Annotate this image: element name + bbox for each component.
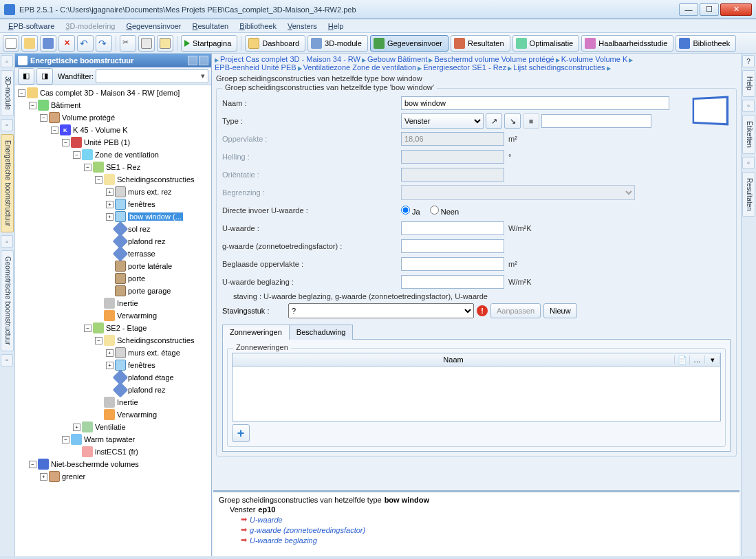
left-tab-energy[interactable]: Energetische boomstructuur <box>1 134 14 232</box>
tree-node-terr[interactable]: terrasse <box>17 248 210 260</box>
tree-node-sol[interactable]: sol rez <box>17 223 210 235</box>
tree-node-portel[interactable]: porte latérale <box>17 260 210 272</box>
radio-ja[interactable]: Ja <box>401 206 420 216</box>
tree-node-nvol[interactable]: −Niet-beschermde volumes <box>17 458 210 470</box>
redo-button[interactable] <box>96 35 112 52</box>
left-tab-3d[interactable]: 3D-module <box>1 70 14 116</box>
start-button[interactable]: Startpagina <box>181 35 237 52</box>
dashboard-button[interactable]: Dashboard <box>245 35 305 52</box>
delete-button[interactable] <box>58 35 75 52</box>
tree-node-ecs[interactable]: instECS1 (fr) <box>17 446 210 458</box>
tree-node-vent[interactable]: +Ventilatie <box>17 421 210 433</box>
right-dock-sq3[interactable]: ▫ <box>742 157 755 169</box>
tree-node-water[interactable]: −Warm tapwater <box>17 433 210 446</box>
grid-btn2[interactable]: … <box>690 355 705 364</box>
left-tab-geom[interactable]: Geometrische boomstructuur <box>1 250 14 351</box>
tree-node-se2[interactable]: −SE2 - Etage <box>17 322 210 334</box>
bc-item[interactable]: Project Cas complet 3D - Maison 34 - RW <box>220 55 360 63</box>
close-button[interactable] <box>720 3 752 16</box>
new-button[interactable] <box>3 35 19 52</box>
tree-node-murs1[interactable]: +murs ext. rez <box>17 186 210 198</box>
tree-node-building[interactable]: −Bâtiment <box>17 99 210 111</box>
tree-node-porte[interactable]: porte <box>17 272 210 285</box>
tree-max-button[interactable] <box>199 56 208 65</box>
results-button[interactable]: Resultaten <box>451 35 510 52</box>
bc-item[interactable]: Energiesector SE1 - Rez <box>423 63 506 72</box>
tree-node-porteg[interactable]: porte garage <box>17 285 210 297</box>
tree-node-inert1[interactable]: Inertie <box>17 297 210 309</box>
grid-body[interactable] <box>232 366 721 421</box>
tree-node-gren[interactable]: +grenier <box>17 470 210 483</box>
minimize-button[interactable] <box>679 3 698 16</box>
tree-node-scheid1[interactable]: −Scheidingsconstructies <box>17 173 210 186</box>
tree-node-k[interactable]: −K 45 - Volume K <box>17 124 210 136</box>
tree-node-unit[interactable]: −Unité PEB (1) <box>17 136 210 149</box>
cut-button[interactable] <box>120 35 136 52</box>
right-dock-sq2[interactable]: ▫ <box>742 100 755 112</box>
menu-epb[interactable]: EPB-software <box>3 21 60 32</box>
left-dock-square[interactable]: ▫ <box>1 55 13 67</box>
bc-item[interactable]: Lijst scheidingsconstructies <box>513 63 605 72</box>
add-row-button[interactable]: + <box>232 424 250 442</box>
tree-btn1[interactable]: ◧ <box>18 68 34 85</box>
right-tab-help[interactable]: Help <box>742 70 755 97</box>
tree-body[interactable]: −Cas complet 3D - Maison 34 - RW [demo] … <box>15 85 211 556</box>
type-extra-input[interactable] <box>541 114 651 128</box>
menu-results[interactable]: Resultaten <box>187 21 235 32</box>
tree-node-plaf3[interactable]: plafond rez <box>17 384 210 396</box>
tree-node-inert2[interactable]: Inertie <box>17 396 210 408</box>
tree-node-plaf2[interactable]: plafond étage <box>17 371 210 384</box>
bc-item[interactable]: Ventilatiezone Zone de ventilation <box>303 63 417 72</box>
staving-select[interactable]: ? <box>288 303 474 318</box>
open-button[interactable] <box>21 35 38 52</box>
data-input-button[interactable]: Gegevensinvoer <box>370 35 449 52</box>
right-tab-results[interactable]: Resultaten <box>742 172 755 217</box>
err-link[interactable]: U-waarde <box>250 516 283 524</box>
tree-node-project[interactable]: −Cas complet 3D - Maison 34 - RW [demo] <box>17 87 210 99</box>
bc-item[interactable]: K-volume Volume K <box>561 55 628 63</box>
copy-button[interactable] <box>138 35 155 52</box>
wall-filter-dropdown[interactable] <box>96 69 208 83</box>
tree-min-button[interactable] <box>188 56 197 65</box>
menu-windows[interactable]: Vensters <box>282 21 323 32</box>
left-dock-square4[interactable]: ▫ <box>1 354 13 366</box>
right-dock-sq1[interactable]: ? <box>742 55 755 67</box>
menu-lib[interactable]: Bibliotheek <box>234 21 282 32</box>
right-tab-labels[interactable]: Etiketten <box>742 115 755 154</box>
undo-button[interactable] <box>77 35 94 52</box>
naam-input[interactable] <box>401 96 669 110</box>
radio-neen[interactable]: Neen <box>430 206 459 216</box>
uwb-input[interactable] <box>401 275 504 289</box>
optimize-button[interactable]: Optimalisatie <box>512 35 580 52</box>
begopp-input[interactable] <box>401 257 504 271</box>
tree-btn2[interactable]: ◨ <box>36 68 53 85</box>
err-link[interactable]: U-waarde beglazing <box>250 536 317 545</box>
tree-node-fen2[interactable]: +fenêtres <box>17 359 210 371</box>
type-btn2[interactable]: ↘ <box>504 113 521 129</box>
library-button[interactable]: Bibliotheek <box>676 35 736 52</box>
type-btn1[interactable]: ↗ <box>486 113 502 129</box>
col-naam[interactable]: Naam <box>233 355 675 364</box>
3d-module-button[interactable]: 3D-module <box>307 35 368 52</box>
type-select[interactable]: Venster <box>401 113 484 129</box>
tree-node-scheid2[interactable]: −Scheidingsconstructies <box>17 334 210 347</box>
maximize-button[interactable] <box>700 3 719 16</box>
grid-btn1[interactable]: 📄 <box>675 355 690 364</box>
tree-node-murs2[interactable]: +murs ext. étage <box>17 347 210 359</box>
uw-input[interactable] <box>401 221 504 235</box>
bc-item[interactable]: Gebouw Bâtiment <box>367 55 427 63</box>
menu-data[interactable]: Gegevensinvoer <box>120 21 186 32</box>
tree-node-volume[interactable]: −Volume protégé <box>17 111 210 124</box>
grid-btn3[interactable]: ▾ <box>705 355 720 364</box>
tree-node-fen1[interactable]: +fenêtres <box>17 198 210 210</box>
tab-beschaduwing[interactable]: Beschaduwing <box>289 325 354 340</box>
tree-node-verw1[interactable]: Verwarming <box>17 309 210 322</box>
left-dock-square3[interactable]: ▫ <box>1 235 13 248</box>
tree-node-plaf1[interactable]: plafond rez <box>17 235 210 248</box>
feasibility-button[interactable]: Haalbaarheidsstudie <box>581 35 673 52</box>
nieuw-button[interactable]: Nieuw <box>543 303 577 318</box>
paste-button[interactable] <box>157 35 173 52</box>
tree-node-zone[interactable]: −Zone de ventilation <box>17 149 210 161</box>
bc-item[interactable]: Beschermd volume Volume protégé <box>434 55 554 63</box>
menu-3d[interactable]: 3D-modelering <box>60 21 120 32</box>
